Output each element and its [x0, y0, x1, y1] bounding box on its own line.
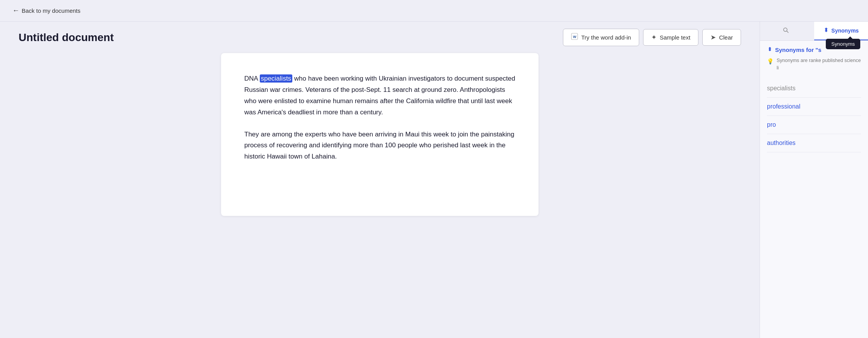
- synonyms-subtitle-text: Synonyms are ranke published science li: [777, 57, 861, 72]
- tab-synonyms[interactable]: Synonyms: [814, 22, 868, 40]
- synonyms-subtitle: 💡 Synonyms are ranke published science l…: [767, 57, 861, 72]
- title-bar-buttons: W Try the word add-in ✦ Sample text ➤ Cl…: [563, 29, 741, 46]
- svg-text:W: W: [573, 35, 576, 39]
- sample-text-label: Sample text: [660, 34, 690, 41]
- tab-search[interactable]: [760, 22, 814, 40]
- synonyms-for-label: Synonyms for "s: [775, 47, 822, 53]
- highlighted-word[interactable]: specialists: [260, 74, 292, 83]
- document-area: Untitled document W Try the word add-in …: [0, 22, 760, 338]
- synonyms-tab-icon: [823, 27, 829, 34]
- svg-point-2: [784, 28, 787, 31]
- clear-label: Clear: [719, 34, 733, 41]
- synonym-item-pro[interactable]: pro: [767, 116, 861, 134]
- paragraph-1: DNA specialists who have been working wi…: [244, 73, 515, 118]
- word-addin-button[interactable]: W Try the word add-in: [563, 29, 639, 46]
- word-addin-icon: W: [571, 33, 578, 42]
- doc-text: DNA specialists who have been working wi…: [244, 73, 515, 162]
- paper-plane-icon: ➤: [710, 33, 716, 41]
- header: ← Back to my documents: [0, 0, 868, 22]
- right-sidebar: Synonyms Synonyms Synonyms for "s 💡 Syno…: [760, 22, 868, 338]
- star-icon: ✦: [651, 33, 657, 41]
- synonym-item-authorities[interactable]: authorities: [767, 134, 861, 152]
- clear-button[interactable]: ➤ Clear: [702, 29, 741, 46]
- para1-before: DNA: [244, 75, 260, 82]
- main-layout: Untitled document W Try the word add-in …: [0, 22, 868, 338]
- paragraph-2: They are among the experts who have been…: [244, 129, 515, 163]
- back-to-documents-link[interactable]: ← Back to my documents: [12, 7, 81, 15]
- search-icon: [783, 27, 789, 35]
- synonym-list: specialists professional pro authorities: [767, 79, 861, 152]
- doc-title-bar: Untitled document W Try the word add-in …: [0, 22, 760, 53]
- synonym-item-specialists[interactable]: specialists: [767, 79, 861, 98]
- back-arrow-icon: ←: [12, 7, 19, 15]
- synonyms-tab-label: Synonyms: [831, 28, 859, 34]
- synonyms-title-icon: [767, 46, 773, 53]
- word-addin-label: Try the word add-in: [581, 34, 631, 41]
- back-link-label: Back to my documents: [22, 7, 81, 14]
- bulb-icon: 💡: [767, 57, 774, 66]
- synonym-item-professional[interactable]: professional: [767, 98, 861, 116]
- sample-text-button[interactable]: ✦ Sample text: [643, 29, 698, 46]
- doc-title: Untitled document: [19, 31, 114, 44]
- synonyms-tooltip: Synonyms: [826, 39, 860, 49]
- doc-paper: DNA specialists who have been working wi…: [221, 53, 539, 216]
- synonyms-panel: Synonyms for "s 💡 Synonyms are ranke pub…: [760, 41, 868, 338]
